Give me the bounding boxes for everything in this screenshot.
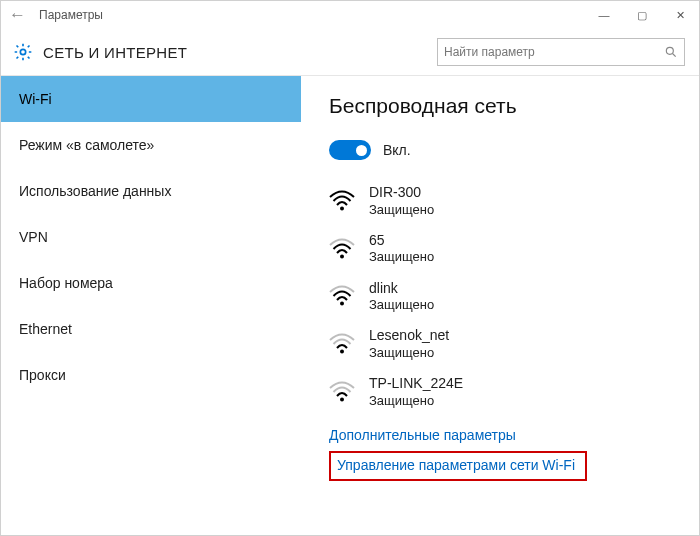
search-icon [664, 45, 678, 59]
wifi-toggle-label: Вкл. [383, 142, 411, 158]
sidebar: Wi-Fi Режим «в самолете» Использование д… [1, 76, 301, 536]
network-name: 65 [369, 232, 434, 250]
network-status: Защищено [369, 345, 449, 361]
svg-point-5 [340, 350, 344, 354]
link-manage-wifi[interactable]: Управление параметрами сети Wi-Fi [329, 451, 587, 481]
svg-point-1 [666, 47, 673, 54]
svg-point-0 [20, 49, 25, 54]
wifi-toggle[interactable] [329, 140, 371, 160]
svg-point-6 [340, 397, 344, 401]
network-status: Защищено [369, 393, 463, 409]
network-name: DIR-300 [369, 184, 434, 202]
svg-point-3 [340, 254, 344, 258]
wifi-icon [329, 238, 355, 260]
sidebar-item-data-usage[interactable]: Использование данных [1, 168, 301, 214]
search-input[interactable]: Найти параметр [437, 38, 685, 66]
network-status: Защищено [369, 249, 434, 265]
maximize-button[interactable]: ▢ [623, 1, 661, 29]
network-item[interactable]: dlink Защищено [329, 280, 677, 314]
svg-point-4 [340, 302, 344, 306]
wifi-icon [329, 285, 355, 307]
window-title: Параметры [39, 8, 585, 22]
network-name: dlink [369, 280, 434, 298]
close-button[interactable]: ✕ [661, 1, 699, 29]
network-name: TP-LINK_224E [369, 375, 463, 393]
page-title: СЕТЬ И ИНТЕРНЕТ [43, 44, 427, 61]
sidebar-item-dialup[interactable]: Набор номера [1, 260, 301, 306]
back-button[interactable]: ← [9, 5, 33, 25]
sidebar-item-wifi[interactable]: Wi-Fi [1, 76, 301, 122]
wifi-icon [329, 381, 355, 403]
wifi-icon [329, 333, 355, 355]
sidebar-item-proxy[interactable]: Прокси [1, 352, 301, 398]
network-item[interactable]: Lesenok_net Защищено [329, 327, 677, 361]
network-item[interactable]: TP-LINK_224E Защищено [329, 375, 677, 409]
search-placeholder: Найти параметр [444, 45, 664, 59]
svg-point-2 [340, 206, 344, 210]
network-status: Защищено [369, 297, 434, 313]
gear-icon [13, 42, 33, 62]
network-status: Защищено [369, 202, 434, 218]
network-name: Lesenok_net [369, 327, 449, 345]
minimize-button[interactable]: — [585, 1, 623, 29]
section-title: Беспроводная сеть [329, 94, 677, 118]
main-pane: Беспроводная сеть Вкл. DIR-300 Защищено [301, 76, 699, 536]
wifi-icon [329, 190, 355, 212]
sidebar-item-vpn[interactable]: VPN [1, 214, 301, 260]
network-item[interactable]: 65 Защищено [329, 232, 677, 266]
sidebar-item-airplane[interactable]: Режим «в самолете» [1, 122, 301, 168]
network-list: DIR-300 Защищено 65 Защищено [329, 184, 677, 409]
sidebar-item-ethernet[interactable]: Ethernet [1, 306, 301, 352]
link-advanced-settings[interactable]: Дополнительные параметры [329, 427, 677, 443]
network-item[interactable]: DIR-300 Защищено [329, 184, 677, 218]
